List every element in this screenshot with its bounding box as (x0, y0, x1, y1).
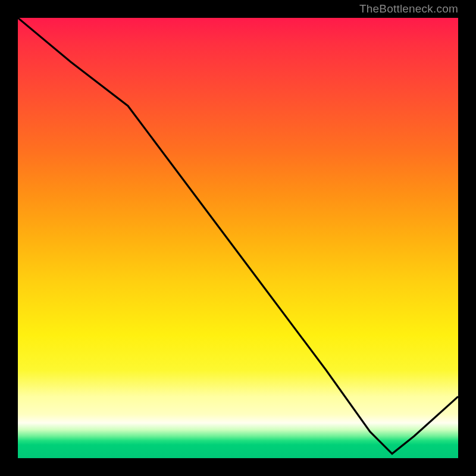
chart-line-layer (18, 18, 458, 458)
bottleneck-curve (18, 18, 458, 454)
chart-container: TheBottleneck.com (0, 0, 476, 476)
plot-area (18, 18, 458, 458)
watermark-text: TheBottleneck.com (359, 2, 458, 15)
